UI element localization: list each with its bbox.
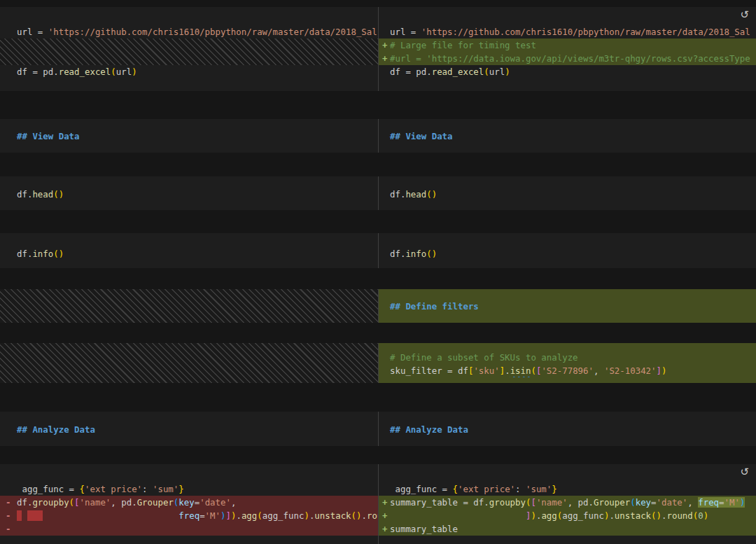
code-text: summary_table = df.groupby(['name', pd.G… [390,497,745,508]
code-token: df. [390,189,405,200]
code-token: : [515,484,526,494]
code-token: ( [426,189,431,200]
code-token: ## View Data [390,131,453,141]
code-token: Grouper [137,497,174,508]
code-token: Grouper [594,497,630,508]
code-token: groupby [489,497,526,508]
left-pane-view-data-heading[interactable]: ## View Data [0,119,378,153]
left-pane-analyze-data-heading[interactable]: ## Analyze Data [0,412,378,446]
code-token: [ [74,497,79,508]
left-pane-load-data[interactable]: url = 'https://github.com/chris1610/pbpy… [0,7,378,91]
cell-row-df-info: df.info()df.info() [0,233,756,268]
code-token: 'date' [657,497,688,508]
code-token: ( [53,249,58,259]
code-token: 'ext price' [85,484,142,494]
code-token: url [489,67,505,77]
revert-cell-button[interactable]: ↺ [740,8,749,21]
code-token [27,510,43,521]
code-line: -df.groupby(['name', pd.Grouper(key='dat… [0,496,378,509]
code-token: head [405,189,426,200]
code-line: df.info() [0,247,378,260]
diff-add-marker: + [382,39,387,52]
code-token: df. [390,249,405,259]
code-token: info [405,249,426,259]
code-token: ( [69,497,74,508]
code-token: df. [17,249,32,259]
left-pane-define-filters-heading[interactable] [0,289,378,323]
code-token: ( [531,365,536,376]
right-pane-load-data[interactable]: url = 'https://github.com/chris1610/pbpy… [378,7,756,91]
right-pane-summary-table[interactable]: agg_func = {'ext price': 'sum'}+summary_… [378,464,756,544]
diff-del-marker: - [6,509,10,522]
code-token: ## Define filters [390,301,479,312]
code-token: sku_filter = df [390,365,468,376]
right-pane-sku-filter[interactable]: # Define a subset of SKUs to analyzesku_… [378,343,756,383]
left-pane-sku-filter[interactable] [0,343,378,383]
diff-add-marker: + [382,522,387,536]
code-token: freq [698,497,719,508]
right-pane-define-filters-heading[interactable]: ## Define filters [378,289,756,323]
code-token: df = pd. [17,67,59,77]
code-line: # Define a subset of SKUs to analyze [379,351,756,364]
code-token: 'sum' [153,484,178,494]
left-pane-df-info[interactable]: df.info() [0,233,378,268]
code-token: 'https://github.com/chris1610/pbpython/r… [48,27,377,37]
diff-del-marker: - [6,522,10,536]
code-token: ) [432,189,437,200]
code-token: ] [225,510,230,521]
code-text: ## Analyze Data [390,424,468,435]
code-line: sku_filter = df['sku'].isin(['S2-77896',… [379,364,756,377]
code-token: summary_table = df. [390,497,489,508]
code-token: agg_func = [390,484,453,494]
code-token: , [594,365,604,376]
code-token: agg_func [262,510,304,521]
code-token [22,510,27,521]
left-pane-summary-table[interactable]: agg_func = {'ext price': 'sum'}-df.group… [0,464,378,544]
code-text: ## Define filters [390,301,479,312]
code-text: df.head() [17,189,64,200]
code-token: summary_table [390,524,458,534]
code-token: df. [17,497,32,508]
right-pane-df-head[interactable]: df.head() [378,176,756,210]
right-pane-analyze-data-heading[interactable]: ## Analyze Data [378,412,756,446]
code-token: ) [740,497,745,508]
code-token [43,510,178,521]
code-token: 'M' [724,497,740,508]
code-token: key [178,497,194,508]
code-text: df.info() [390,249,437,259]
code-text: ## View Data [17,131,80,141]
code-token: ) [657,510,662,521]
code-text: agg_func = {'ext price': 'sum'} [17,484,184,494]
right-pane-df-info[interactable]: df.info() [378,233,756,268]
code-line: ## Define filters [379,300,756,313]
code-token: ) [59,249,64,259]
code-token: 'ext price' [458,484,515,494]
code-token: : [142,484,153,494]
code-text: # Large file for timing test [390,40,536,50]
diff-add-marker: + [382,496,387,509]
code-text: df.groupby(['name', pd.Grouper(key='date… [17,497,236,508]
code-token: 'sku' [473,365,499,376]
code-token: 'M' [205,510,220,521]
code-token: url = [390,27,421,37]
code-token: 'date' [200,497,231,508]
right-pane-view-data-heading[interactable]: ## View Data [378,119,756,153]
code-line: df.head() [0,188,378,201]
code-token: = [651,497,656,508]
code-token: ## Analyze Data [390,424,468,435]
cell-list: url = 'https://github.com/chris1610/pbpy… [0,7,756,544]
left-pane-df-head[interactable]: df.head() [0,176,378,210]
code-token: agg [541,510,556,521]
code-token: read_excel [59,67,111,77]
code-line: ## Analyze Data [379,423,756,436]
code-token: info [32,249,53,259]
code-token: ( [257,510,262,521]
code-token: ) [505,67,510,77]
code-token: ) [432,249,437,259]
code-text: # Define a subset of SKUs to analyze [390,352,578,363]
cell-row-analyze-data-heading: ## Analyze Data## Analyze Data [0,412,756,446]
revert-cell-button[interactable]: ↺ [740,466,749,478]
code-token: ( [426,249,431,259]
code-token: , [687,497,698,508]
code-token: ( [651,510,656,521]
